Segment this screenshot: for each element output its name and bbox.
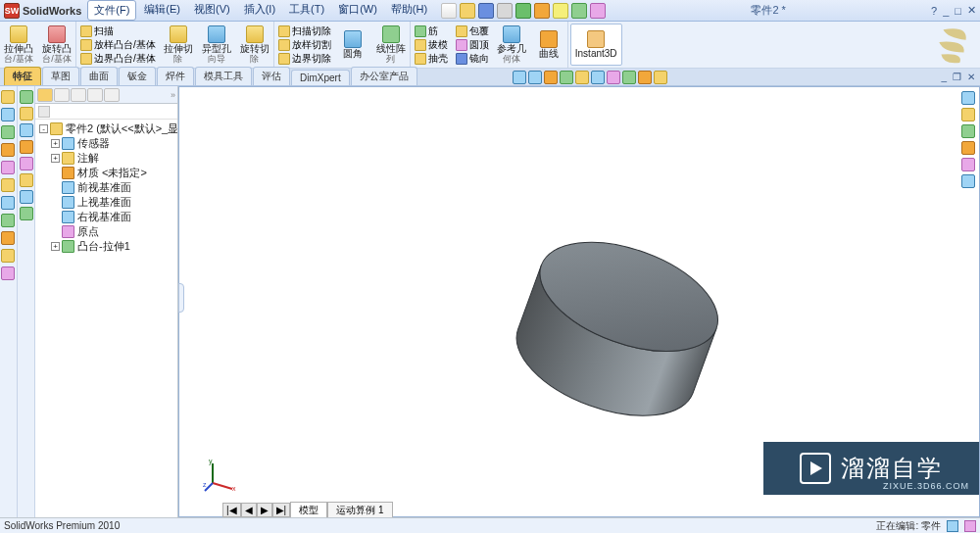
scene-icon[interactable] <box>638 71 652 84</box>
help-icon[interactable]: ? <box>931 5 937 17</box>
lt-icon-1[interactable] <box>1 90 15 104</box>
tree-extrude-1[interactable]: +凸台-拉伸1 <box>35 239 177 254</box>
loft-cut-button[interactable]: 放样切割 <box>276 38 333 52</box>
taskpane-appearances-icon[interactable] <box>961 158 975 171</box>
mirror-button[interactable]: 镜向 <box>454 52 491 66</box>
appearance-icon[interactable] <box>622 71 636 84</box>
section-view-icon[interactable] <box>560 71 573 84</box>
panel-tab-dimxpert-icon[interactable] <box>87 88 103 102</box>
lt2-icon-2[interactable] <box>20 107 33 121</box>
panel-collapse-icon[interactable]: » <box>171 90 175 100</box>
filter-icon[interactable] <box>38 106 50 118</box>
lt-icon-10[interactable] <box>1 249 15 263</box>
panel-tab-config-icon[interactable] <box>71 88 86 102</box>
sweep-button[interactable]: 扫描 <box>78 24 158 38</box>
rebuild-icon[interactable] <box>571 3 587 19</box>
options-icon[interactable] <box>590 3 606 19</box>
save-icon[interactable] <box>478 3 494 19</box>
menu-file[interactable]: 文件(F) <box>87 0 136 21</box>
status-icon-2[interactable] <box>964 520 976 532</box>
tab-motion-study[interactable]: 运动算例 1 <box>327 502 392 518</box>
lt2-icon-5[interactable] <box>20 157 33 170</box>
rib-button[interactable]: 筋 <box>413 24 450 38</box>
tab-nav-first-icon[interactable]: |◀ <box>222 503 241 517</box>
feature-tree[interactable]: -零件2 (默认<<默认>_显示状态 +传感器 +注解 材质 <未指定> 前视基… <box>35 120 177 517</box>
tab-moldtools[interactable]: 模具工具 <box>195 67 252 85</box>
tab-nav-last-icon[interactable]: ▶| <box>272 503 291 517</box>
lt2-icon-1[interactable] <box>20 90 33 104</box>
tab-dimxpert[interactable]: DimXpert <box>291 70 350 85</box>
doc-close-button[interactable]: ✕ <box>967 72 975 82</box>
maximize-button[interactable]: □ <box>955 5 961 17</box>
lt-icon-9[interactable] <box>1 231 15 245</box>
fillet-button[interactable]: 圆角 <box>335 22 372 68</box>
tree-origin[interactable]: 原点 <box>35 224 177 239</box>
draft-button[interactable]: 拔模 <box>413 38 450 52</box>
linear-pattern-button[interactable]: 线性阵列 <box>372 22 411 68</box>
panel-tab-display-icon[interactable] <box>104 88 120 102</box>
tree-material[interactable]: 材质 <未指定> <box>35 166 177 180</box>
taskpane-properties-icon[interactable] <box>961 174 975 188</box>
tab-weldments[interactable]: 焊件 <box>157 67 194 85</box>
tab-nav-prev-icon[interactable]: ◀ <box>241 503 257 517</box>
lt-icon-6[interactable] <box>1 178 15 192</box>
tree-annotations[interactable]: +注解 <box>35 151 177 166</box>
select-icon[interactable] <box>553 3 568 19</box>
zoom-fit-icon[interactable] <box>513 71 526 84</box>
lt-icon-5[interactable] <box>1 161 15 174</box>
display-style-icon[interactable] <box>591 71 605 84</box>
taskpane-explorer-icon[interactable] <box>961 124 975 138</box>
menu-view[interactable]: 视图(V) <box>188 0 236 21</box>
hole-wizard-button[interactable]: 异型孔向导 <box>198 22 236 68</box>
boundary-boss-button[interactable]: 边界凸台/基体 <box>78 52 158 66</box>
new-icon[interactable] <box>441 3 457 19</box>
lt-icon-4[interactable] <box>1 143 15 157</box>
lt-icon-8[interactable] <box>1 214 15 227</box>
dome-button[interactable]: 圆顶 <box>454 38 491 52</box>
status-icon-1[interactable] <box>947 520 958 532</box>
lt2-icon-4[interactable] <box>20 140 33 154</box>
zoom-area-icon[interactable] <box>528 71 542 84</box>
taskpane-library-icon[interactable] <box>961 108 975 121</box>
shell-button[interactable]: 抽壳 <box>413 52 450 66</box>
extrude-cut-button[interactable]: 拉伸切除 <box>160 22 198 68</box>
redo-icon[interactable] <box>534 3 550 19</box>
menu-tools[interactable]: 工具(T) <box>283 0 330 21</box>
graphics-viewport[interactable]: _ ❐ ✕ <box>178 86 980 517</box>
tree-root[interactable]: -零件2 (默认<<默认>_显示状态 <box>35 121 177 136</box>
menu-edit[interactable]: 编辑(E) <box>138 0 186 21</box>
tab-nav-next-icon[interactable]: ▶ <box>257 503 272 517</box>
undo-icon[interactable] <box>515 3 531 19</box>
lt-icon-11[interactable] <box>1 266 15 280</box>
doc-restore-button[interactable]: ❐ <box>953 72 961 82</box>
menu-window[interactable]: 窗口(W) <box>332 0 383 21</box>
lt2-icon-6[interactable] <box>20 173 33 187</box>
orientation-triad-icon[interactable]: y x z <box>203 458 238 493</box>
extrude-boss-button[interactable]: 拉伸凸台/基体 <box>0 22 38 68</box>
prev-view-icon[interactable] <box>544 71 558 84</box>
tab-features[interactable]: 特征 <box>4 67 41 85</box>
lt2-icon-8[interactable] <box>20 207 33 220</box>
tree-front-plane[interactable]: 前视基准面 <box>35 180 177 195</box>
sweep-cut-button[interactable]: 扫描切除 <box>276 24 333 38</box>
boundary-cut-button[interactable]: 边界切除 <box>276 52 333 66</box>
tab-sketch[interactable]: 草图 <box>42 67 79 85</box>
tab-sheetmetal[interactable]: 钣金 <box>119 67 156 85</box>
ref-geom-button[interactable]: 参考几何体 <box>493 22 531 68</box>
panel-tab-property-icon[interactable] <box>54 88 70 102</box>
tab-model[interactable]: 模型 <box>290 502 327 518</box>
view-settings-icon[interactable] <box>654 71 667 84</box>
panel-tab-feature-tree-icon[interactable] <box>37 88 53 102</box>
revolve-boss-button[interactable]: 旋转凸台/基体 <box>38 22 76 68</box>
taskpane-resources-icon[interactable] <box>961 91 975 105</box>
doc-minimize-button[interactable]: _ <box>941 72 947 82</box>
hide-show-icon[interactable] <box>607 71 620 84</box>
tree-right-plane[interactable]: 右视基准面 <box>35 210 177 224</box>
lt-icon-3[interactable] <box>1 125 15 139</box>
lt-icon-2[interactable] <box>1 108 15 121</box>
tree-sensors[interactable]: +传感器 <box>35 136 177 151</box>
lt2-icon-3[interactable] <box>20 123 33 137</box>
lt2-icon-7[interactable] <box>20 190 33 204</box>
close-button[interactable]: ✕ <box>967 4 976 17</box>
menu-help[interactable]: 帮助(H) <box>385 0 433 21</box>
